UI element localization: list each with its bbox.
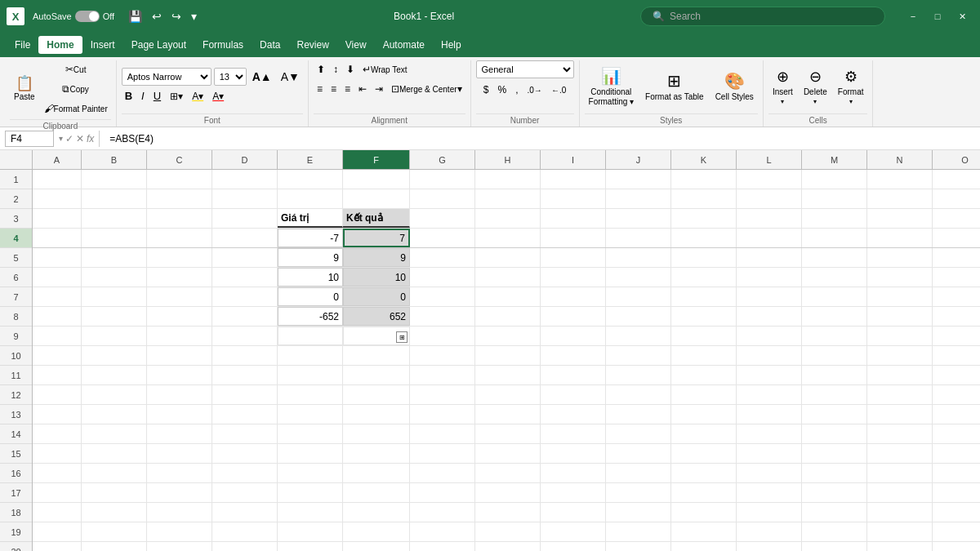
cell-c2[interactable]	[147, 189, 212, 208]
cell-e9[interactable]	[278, 327, 343, 345]
menu-file[interactable]: File	[7, 36, 38, 54]
save-button[interactable]: 💾	[124, 8, 146, 24]
cell-m1[interactable]	[802, 170, 867, 189]
cell-g9[interactable]	[410, 327, 475, 345]
increase-indent-button[interactable]: ⇥	[372, 80, 386, 98]
cell-j6[interactable]	[606, 268, 671, 287]
cell-c8[interactable]	[147, 307, 212, 326]
cell-b1[interactable]	[82, 170, 147, 189]
cell-e7[interactable]: 0	[278, 287, 343, 306]
percent-button[interactable]: %	[495, 81, 510, 99]
cell-e5[interactable]: 9	[278, 248, 343, 267]
cell-c1[interactable]	[147, 170, 212, 189]
decimal-increase-button[interactable]: .0→	[524, 81, 546, 99]
more-button[interactable]: ▾	[187, 8, 201, 24]
menu-home[interactable]: Home	[38, 36, 82, 54]
cell-m5[interactable]	[802, 248, 867, 267]
conditional-formatting-button[interactable]: 📊 ConditionalFormatting ▾	[585, 65, 639, 108]
cell-a2[interactable]	[33, 189, 82, 208]
cell-c5[interactable]	[147, 248, 212, 267]
font-name-select[interactable]: Aptos Narrow	[122, 68, 212, 86]
cell-l8[interactable]	[737, 307, 802, 326]
autosave-toggle[interactable]	[75, 11, 100, 22]
cell-o1[interactable]	[933, 170, 980, 189]
cell-b3[interactable]	[82, 209, 147, 228]
col-header-c[interactable]: C	[147, 150, 212, 169]
col-header-g[interactable]: G	[410, 150, 475, 169]
dollar-button[interactable]: $	[480, 81, 492, 99]
row-header-4[interactable]: 4	[0, 229, 32, 248]
italic-button[interactable]: I	[138, 87, 148, 105]
row-header-16[interactable]: 16	[0, 464, 32, 483]
col-header-h[interactable]: H	[475, 150, 541, 169]
cell-d7[interactable]	[212, 287, 278, 306]
cell-h6[interactable]	[475, 268, 541, 287]
col-header-m[interactable]: M	[802, 150, 867, 169]
menu-page-layout[interactable]: Page Layout	[123, 36, 194, 54]
cell-d1[interactable]	[212, 170, 278, 189]
cell-f5[interactable]: 9	[343, 248, 410, 267]
col-header-k[interactable]: K	[671, 150, 737, 169]
cell-g3[interactable]	[410, 209, 475, 228]
cell-a7[interactable]	[33, 287, 82, 306]
row-header-11[interactable]: 11	[0, 366, 32, 385]
decimal-decrease-button[interactable]: ←.0	[548, 81, 569, 99]
formula-input[interactable]	[105, 133, 975, 144]
row-header-1[interactable]: 1	[0, 170, 32, 189]
cell-l1[interactable]	[737, 170, 802, 189]
bold-button[interactable]: B	[122, 87, 136, 105]
cut-button[interactable]: ✂ Cut	[41, 60, 111, 78]
redo-button[interactable]: ↪	[167, 8, 185, 24]
cell-b4[interactable]	[82, 229, 147, 247]
align-bottom-button[interactable]: ⬇	[343, 60, 358, 78]
cell-b5[interactable]	[82, 248, 147, 267]
copy-button[interactable]: ⧉ Copy	[41, 80, 111, 98]
cell-b6[interactable]	[82, 268, 147, 287]
row-header-6[interactable]: 6	[0, 268, 32, 287]
cell-f3[interactable]: Kết quả	[343, 209, 410, 228]
col-header-d[interactable]: D	[212, 150, 278, 169]
cell-b7[interactable]	[82, 287, 147, 306]
cell-h1[interactable]	[475, 170, 541, 189]
cell-k5[interactable]	[671, 248, 737, 267]
col-header-l[interactable]: L	[737, 150, 802, 169]
cell-a9[interactable]	[33, 327, 82, 345]
cell-b8[interactable]	[82, 307, 147, 326]
cell-e8[interactable]: -652	[278, 307, 343, 326]
cell-g4[interactable]	[410, 229, 475, 247]
cell-b9[interactable]	[82, 327, 147, 345]
cell-e10[interactable]	[278, 346, 343, 365]
col-header-j[interactable]: J	[606, 150, 671, 169]
cell-k8[interactable]	[671, 307, 737, 326]
cell-o2[interactable]	[933, 189, 980, 208]
cell-f4[interactable]: 7	[343, 229, 410, 247]
cell-n6[interactable]	[867, 268, 933, 287]
comma-button[interactable]: ,	[512, 81, 521, 99]
decrease-indent-button[interactable]: ⇤	[355, 80, 370, 98]
col-header-o[interactable]: O	[933, 150, 980, 169]
cell-c7[interactable]	[147, 287, 212, 306]
cell-l6[interactable]	[737, 268, 802, 287]
cell-k6[interactable]	[671, 268, 737, 287]
col-header-i[interactable]: I	[541, 150, 606, 169]
row-header-13[interactable]: 13	[0, 405, 32, 424]
cell-m2[interactable]	[802, 189, 867, 208]
cell-i7[interactable]	[541, 287, 606, 306]
row-header-19[interactable]: 19	[0, 522, 32, 542]
menu-data[interactable]: Data	[252, 36, 288, 54]
cell-i5[interactable]	[541, 248, 606, 267]
cell-f8[interactable]: 652	[343, 307, 410, 326]
cell-m8[interactable]	[802, 307, 867, 326]
cell-d9[interactable]	[212, 327, 278, 345]
row-header-8[interactable]: 8	[0, 307, 32, 327]
cell-l4[interactable]	[737, 229, 802, 247]
cell-i8[interactable]	[541, 307, 606, 326]
align-right-button[interactable]: ≡	[341, 80, 354, 98]
cell-d8[interactable]	[212, 307, 278, 326]
cell-k3[interactable]	[671, 209, 737, 228]
menu-review[interactable]: Review	[288, 36, 336, 54]
cell-m9[interactable]	[802, 327, 867, 345]
cell-f7[interactable]: 0	[343, 287, 410, 306]
font-shrink-button[interactable]: A▼	[278, 68, 303, 86]
col-header-b[interactable]: B	[82, 150, 147, 169]
